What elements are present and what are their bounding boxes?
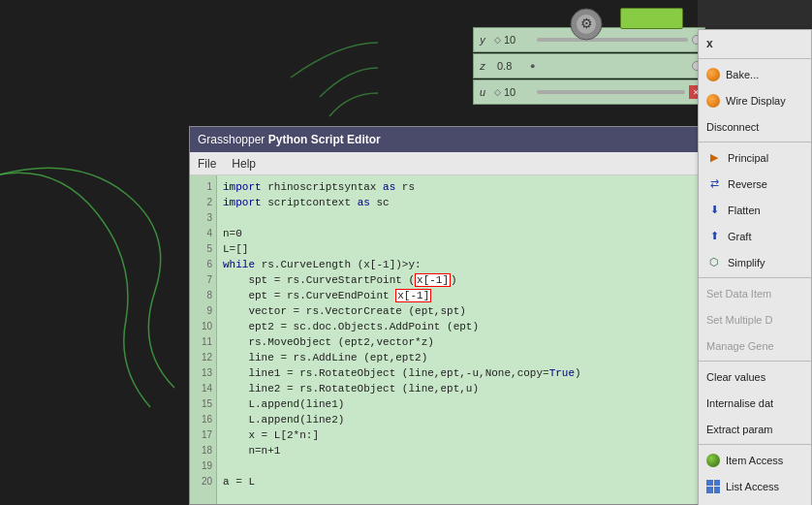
ctx-tree-access[interactable]: ✳ Tree Access (699, 499, 811, 505)
line-num-19: 19 (190, 458, 216, 474)
code-line-14: line2 = rs.RotateObject (line,ept,u) (223, 381, 696, 396)
set-data-label: Set Data Item (706, 288, 771, 300)
ctx-clear[interactable]: Clear values (699, 363, 811, 390)
line-num-5: 5 (190, 241, 216, 257)
code-line-15: L.append(line1) (223, 396, 696, 412)
ctx-graft[interactable]: ⬆ Graft (699, 223, 811, 249)
line-num-6: 6 (190, 257, 216, 272)
menu-help[interactable]: Help (232, 157, 256, 171)
ctx-wire-display[interactable]: Wire Display (699, 87, 811, 113)
ctx-simplify[interactable]: ⬡ Simplify (699, 249, 811, 275)
ctx-set-data[interactable]: Set Data Item (699, 280, 811, 306)
line-num-16: 16 (190, 412, 216, 427)
node-icon: ⚙ (567, 5, 606, 44)
ctx-sep-2 (699, 277, 811, 278)
wire-display-label: Wire Display (726, 95, 786, 107)
code-line-2: import scriptcontext as sc (223, 195, 696, 210)
line-num-12: 12 (190, 350, 216, 365)
code-line-7: spt = rs.CurveStartPoint (x[-1]) (223, 272, 696, 288)
node-active-button[interactable] (620, 8, 683, 29)
reverse-icon: ⇄ (706, 176, 722, 192)
y-diamond: ◇ (494, 35, 501, 45)
u-slider[interactable] (537, 90, 685, 94)
bake-label: Bake... (726, 69, 759, 80)
line-num-10: 10 (190, 319, 216, 334)
ctx-sep-1 (699, 142, 811, 142)
disconnect-label: Disconnect (706, 121, 759, 133)
flatten-label: Flatten (728, 205, 761, 216)
editor-title-prefix: Grasshopper (198, 133, 268, 146)
reverse-label: Reverse (728, 178, 767, 190)
ctx-manage[interactable]: Manage Gene (699, 332, 811, 359)
simplify-icon: ⬡ (706, 255, 722, 270)
u-input-row[interactable]: u ◇ 10 ✕ (473, 79, 705, 105)
menu-file[interactable]: File (198, 157, 216, 171)
ctx-sep-0 (699, 58, 811, 59)
code-line-11: rs.MoveObject (ept2,vector*z) (223, 334, 696, 350)
line-num-13: 13 (190, 365, 216, 381)
bake-icon (706, 68, 720, 81)
list-access-label: List Access (726, 481, 779, 492)
principal-icon: ▶ (706, 150, 722, 166)
ctx-list-access[interactable]: List Access (699, 473, 811, 499)
node-icon-svg: ⚙ (567, 5, 606, 44)
ctx-flatten[interactable]: ⬇ Flatten (699, 197, 811, 223)
u-diamond: ◇ (494, 87, 501, 97)
code-line-20: a = L (223, 474, 696, 489)
ctx-set-multiple[interactable]: Set Multiple D (699, 306, 811, 332)
item-access-icon (706, 454, 720, 467)
line-num-9: 9 (190, 303, 216, 319)
item-access-label: Item Access (726, 455, 783, 466)
ctx-x-label: x (699, 30, 811, 56)
z-dot-indicator: ● (530, 61, 535, 71)
ctx-sep-3 (699, 361, 811, 362)
code-line-18: n=n+1 (223, 443, 696, 458)
code-line-8: ept = rs.CurveEndPoint x[-1] (223, 288, 696, 303)
line-numbers: 1 2 3 4 5 6 7 8 9 10 11 12 13 14 15 16 1… (190, 175, 217, 504)
ctx-x-text: x (706, 37, 713, 50)
code-line-4: n=0 (223, 226, 696, 241)
editor-window: Grasshopper Python Script Editor File He… (189, 126, 703, 505)
ctx-bake[interactable]: Bake... (699, 61, 811, 87)
line-num-14: 14 (190, 381, 216, 396)
z-input-row[interactable]: z 0.8 ● (473, 53, 705, 79)
code-area[interactable]: import rhinoscriptsyntax as rs import sc… (217, 175, 702, 504)
graft-icon: ⬆ (706, 229, 722, 244)
editor-menubar: File Help (190, 152, 702, 175)
line-num-7: 7 (190, 272, 216, 288)
code-line-19 (223, 458, 696, 474)
y-slider[interactable] (537, 38, 688, 42)
line-num-2: 2 (190, 195, 216, 210)
code-line-3 (223, 210, 696, 226)
flatten-icon: ⬇ (706, 203, 722, 218)
ctx-reverse[interactable]: ⇄ Reverse (699, 171, 811, 197)
code-line-16: L.append(line2) (223, 412, 696, 427)
code-line-10: ept2 = sc.doc.Objects.AddPoint (ept) (223, 319, 696, 334)
ctx-internalise[interactable]: Internalise dat (699, 390, 811, 416)
clear-label: Clear values (706, 371, 765, 383)
code-line-5: L=[] (223, 241, 696, 257)
svg-text:⚙: ⚙ (580, 16, 593, 31)
set-multiple-label: Set Multiple D (706, 314, 772, 326)
line-num-1: 1 (190, 179, 216, 195)
extract-label: Extract param (706, 424, 772, 435)
ctx-disconnect[interactable]: Disconnect (699, 113, 811, 140)
code-line-13: line1 = rs.RotateObject (line,ept,-u,Non… (223, 365, 696, 381)
context-menu: x Bake... Wire Display Disconnect ▶ Prin… (698, 29, 812, 505)
code-line-12: line = rs.AddLine (ept,ept2) (223, 350, 696, 365)
line-num-4: 4 (190, 226, 216, 241)
ctx-sep-4 (699, 444, 811, 445)
z-label: z (474, 60, 491, 72)
editor-title-bold: Python Script Editor (268, 133, 381, 146)
editor-titlebar: Grasshopper Python Script Editor (190, 127, 702, 152)
code-line-17: x = L[2*n:] (223, 427, 696, 443)
code-line-1: import rhinoscriptsyntax as rs (223, 179, 696, 195)
list-access-icon (706, 480, 720, 493)
ctx-extract[interactable]: Extract param (699, 416, 811, 442)
u-label: u (474, 86, 491, 98)
code-line-6: while rs.CurveLength (x[-1])>y: (223, 257, 696, 272)
ctx-item-access[interactable]: Item Access (699, 447, 811, 473)
manage-label: Manage Gene (706, 340, 774, 352)
line-num-17: 17 (190, 427, 216, 443)
ctx-principal[interactable]: ▶ Principal (699, 144, 811, 171)
